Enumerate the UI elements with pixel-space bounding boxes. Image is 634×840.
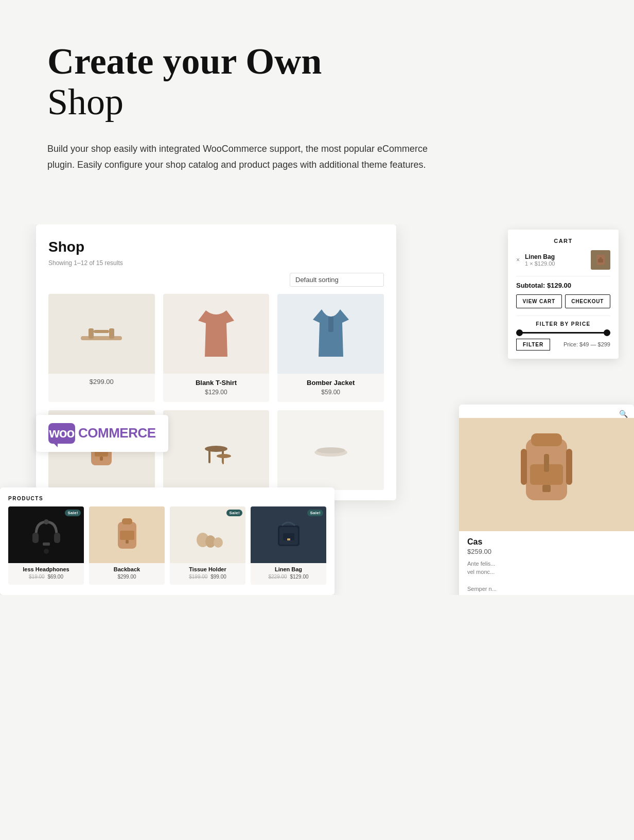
shop-showing-text: Showing 1–12 of 15 results	[48, 259, 384, 267]
svg-point-41	[214, 537, 223, 548]
svg-rect-24	[566, 449, 572, 485]
shop-window: Shop Showing 1–12 of 15 results Default …	[36, 224, 396, 500]
sale-badge-headphones: Sale!	[65, 510, 81, 516]
product-name-jacket: Bomber Jacket	[284, 379, 378, 387]
cart-popup-title: CART	[516, 238, 610, 244]
woo-text-woo: woo	[49, 425, 75, 441]
hero-section: Create your Own Shop Build your shop eas…	[0, 0, 634, 204]
svg-rect-31	[54, 533, 60, 543]
svg-rect-23	[521, 449, 527, 485]
lower-product-prices-tissue: $199.00 $99.00	[174, 574, 241, 580]
svg-point-9	[205, 446, 227, 452]
filter-slider-right-thumb[interactable]	[604, 329, 610, 336]
svg-rect-22	[542, 485, 551, 492]
lower-product-backpack[interactable]: Backback $299.00	[89, 506, 165, 585]
product-card-jacket[interactable]: Bomber Jacket $59.00	[277, 294, 384, 402]
woocommerce-logo: woo COMMERCE	[48, 423, 156, 444]
svg-rect-18	[600, 257, 602, 261]
lower-product-prices-linen: $229.00 $129.00	[255, 574, 322, 580]
filter-slider-track	[516, 332, 610, 334]
hero-title-top: Create your Own	[47, 41, 587, 82]
product-name-tshirt: Blank T-Shirt	[169, 379, 263, 387]
svg-rect-8	[100, 457, 103, 461]
detail-product-price: $259.00	[459, 548, 634, 559]
filter-row: FILTER Price: $49 — $299	[516, 339, 610, 351]
product-info-jacket: Bomber Jacket $59.00	[277, 374, 384, 402]
detail-search-row: 🔍	[459, 405, 634, 418]
lower-product-info-backpack: Backback $299.00	[89, 563, 165, 585]
product-img-jacket	[277, 294, 384, 374]
lower-product-info-linen: Linen Bag $229.00 $129.00	[251, 563, 326, 585]
detail-product-name: Cas	[459, 531, 634, 548]
svg-point-32	[44, 519, 49, 524]
cart-item-thumb	[591, 250, 610, 270]
product-detail-popup: 🔍 Cas $259.00 Ante felis...vel monc...Se…	[459, 405, 634, 595]
cart-divider	[516, 276, 610, 276]
cart-item-qty-price: 1 × $129.00	[525, 260, 586, 267]
cart-subtotal: Subtotal: $129.00	[516, 282, 610, 289]
cart-item-details: Linen Bag 1 × $129.00	[525, 253, 586, 267]
svg-rect-13	[222, 456, 224, 464]
lower-product-name-linen: Linen Bag	[255, 566, 322, 572]
lower-product-prices-backpack: $299.00	[93, 574, 161, 580]
product-img-plate	[277, 410, 384, 490]
sale-badge-linen: Sale!	[307, 510, 323, 516]
sort-row: Default sortingSort by price: low to hig…	[48, 273, 384, 287]
cart-popup: CART × Linen Bag 1 × $129.00 Subtotal: $…	[508, 230, 619, 359]
product-img-table	[163, 410, 270, 490]
filter-price-range: Price: $49 — $299	[563, 341, 610, 347]
svg-rect-0	[81, 336, 122, 340]
lower-product-prices-headphones: $19.00 $69.00	[12, 574, 80, 580]
lower-products-panel: PRODUCTS Sale! less Headphones	[0, 487, 334, 595]
woo-bubble: woo	[48, 423, 75, 444]
svg-rect-10	[208, 449, 210, 463]
product-card-tshirt[interactable]: Blank T-Shirt $129.00	[163, 294, 270, 402]
lower-products-grid: Sale! less Headphones $19.00	[8, 506, 326, 585]
checkout-button[interactable]: CHECKOUT	[565, 294, 611, 308]
product-grid: $299.00 Blank T-Shirt $129.00	[48, 294, 384, 490]
shop-preview-wrapper: Shop Showing 1–12 of 15 results Default …	[0, 224, 634, 595]
filter-slider-left-thumb[interactable]	[516, 329, 523, 336]
woocommerce-badge: woo COMMERCE	[36, 415, 168, 452]
lower-product-img-backpack	[89, 506, 165, 563]
product-img-tshirt	[163, 294, 270, 374]
product-img-sandals	[48, 294, 155, 374]
lower-product-name-tissue: Tissue Holder	[174, 566, 241, 572]
woo-text-commerce: COMMERCE	[78, 425, 156, 441]
cart-divider-2	[516, 316, 610, 316]
svg-point-34	[44, 549, 49, 554]
svg-rect-1	[89, 328, 94, 339]
hero-title-bottom: Shop	[47, 82, 587, 122]
product-card-plate[interactable]	[277, 410, 384, 490]
product-info-tshirt: Blank T-Shirt $129.00	[163, 374, 270, 402]
cart-filter-title: FILTER BY PRICE	[516, 321, 610, 327]
svg-point-15	[316, 447, 345, 453]
shop-title: Shop	[48, 239, 384, 255]
svg-rect-3	[94, 330, 109, 333]
product-card-sandals[interactable]: $299.00	[48, 294, 155, 402]
svg-rect-2	[109, 328, 114, 339]
svg-rect-30	[32, 533, 39, 543]
lower-product-tissue[interactable]: Sale! Tissue Holder $199.00 $99.00	[170, 506, 245, 585]
view-cart-button[interactable]: VIEW CART	[516, 294, 562, 308]
detail-main-img	[459, 418, 634, 531]
lower-product-linen[interactable]: Sale! Linen Bag $229.00 $129.00	[251, 506, 326, 585]
cart-item-remove[interactable]: ×	[516, 256, 520, 264]
lower-products-label: PRODUCTS	[8, 496, 326, 501]
svg-rect-45	[287, 538, 290, 540]
detail-product-desc: Ante felis...vel monc...Semper n...conse…	[459, 559, 634, 595]
cart-item-row: × Linen Bag 1 × $129.00	[516, 250, 610, 270]
search-icon[interactable]: 🔍	[619, 410, 628, 418]
svg-rect-36	[122, 518, 132, 524]
cart-item-name: Linen Bag	[525, 253, 586, 260]
hero-description: Build your shop easily with integrated W…	[47, 141, 428, 172]
filter-button[interactable]: FILTER	[516, 339, 550, 351]
sort-select[interactable]: Default sortingSort by price: low to hig…	[290, 273, 384, 287]
svg-rect-33	[43, 542, 50, 546]
lower-product-headphones[interactable]: Sale! less Headphones $19.00	[8, 506, 84, 585]
product-card-table[interactable]	[163, 410, 270, 490]
product-price-sandals: $299.00	[48, 374, 155, 391]
svg-rect-20	[531, 433, 562, 446]
svg-rect-37	[120, 531, 134, 540]
product-price-tshirt: $129.00	[169, 389, 263, 396]
